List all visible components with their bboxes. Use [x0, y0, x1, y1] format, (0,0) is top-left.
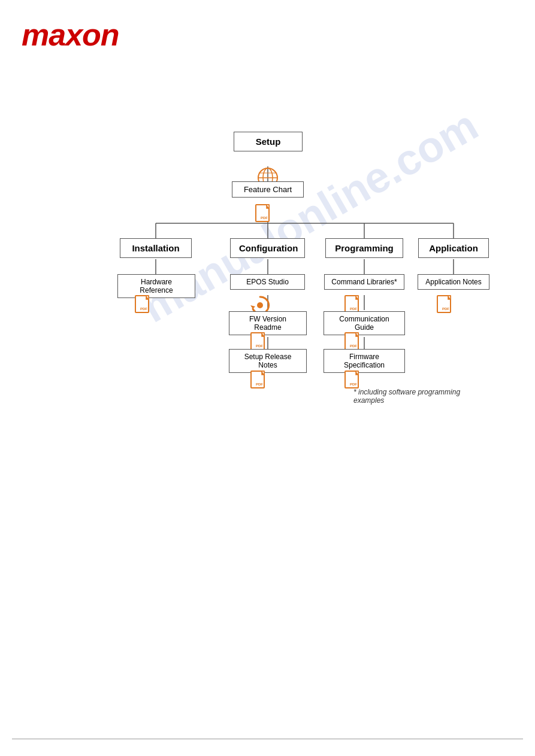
svg-text:PDF: PDF [442, 307, 449, 311]
application-notes-box: Application Notes [418, 274, 489, 290]
application-category: Application [418, 238, 489, 258]
communication-guide-box: Communication Guide [324, 311, 405, 335]
svg-marker-29 [250, 305, 255, 309]
firmware-spec-node: Firmware Specification [324, 349, 405, 373]
svg-text:PDF: PDF [350, 344, 357, 348]
feature-chart-box: Feature Chart [232, 181, 304, 198]
command-libraries-node: Command Libraries* [324, 274, 404, 290]
pdf-icon: PDF [133, 294, 155, 316]
feature-chart-pdf[interactable]: PDF [253, 204, 275, 227]
setup-release-notes-label: Setup Release Notes [244, 353, 292, 369]
pdf-icon: PDF [435, 294, 457, 316]
setup-release-notes-node: Setup Release Notes [229, 349, 307, 373]
svg-text:PDF: PDF [261, 216, 268, 220]
installation-category: Installation [120, 238, 192, 258]
communication-guide-node: Communication Guide [324, 311, 405, 335]
epos-studio-box: EPOS Studio [230, 274, 305, 290]
footnote: * including software programming example… [353, 388, 485, 405]
application-notes-label: Application Notes [425, 278, 481, 286]
hardware-reference-label: Hardware Reference [140, 278, 173, 294]
footnote-text: * including software programming example… [353, 388, 460, 405]
svg-text:PDF: PDF [350, 307, 357, 311]
pdf-icon: PDF [253, 204, 275, 225]
svg-text:PDF: PDF [256, 382, 263, 386]
installation-box: Installation [120, 238, 192, 258]
application-box: Application [418, 238, 489, 258]
feature-chart-label: Feature Chart [244, 185, 292, 194]
application-notes-node: Application Notes [418, 274, 489, 290]
configuration-category: Configuration [230, 238, 305, 258]
application-notes-pdf[interactable]: PDF [435, 294, 457, 318]
svg-text:PDF: PDF [140, 307, 147, 311]
setup-node: Setup [234, 132, 303, 151]
hardware-reference-pdf[interactable]: PDF [133, 294, 155, 318]
hardware-reference-node: Hardware Reference [117, 274, 195, 298]
epos-studio-node: EPOS Studio [230, 274, 305, 290]
diagram-container: Setup Feature Chart PDF Installation [0, 113, 535, 532]
command-libraries-box: Command Libraries* [324, 274, 404, 290]
header: maxon [0, 0, 535, 65]
configuration-box: Configuration [230, 238, 305, 258]
maxon-logo: maxon [22, 17, 513, 53]
programming-category: Programming [325, 238, 403, 258]
setup-release-notes-pdf[interactable]: PDF [249, 370, 270, 394]
setup-label: Setup [256, 136, 281, 147]
feature-chart-node: Feature Chart [232, 181, 304, 198]
footer-divider [12, 739, 523, 739]
svg-point-30 [257, 302, 263, 308]
setup-box: Setup [234, 132, 303, 151]
firmware-spec-box: Firmware Specification [324, 349, 405, 373]
svg-text:PDF: PDF [350, 382, 357, 386]
pdf-icon: PDF [249, 370, 270, 391]
setup-release-notes-box: Setup Release Notes [229, 349, 307, 373]
programming-box: Programming [325, 238, 403, 258]
hardware-reference-box: Hardware Reference [117, 274, 195, 298]
svg-text:PDF: PDF [256, 344, 263, 348]
firmware-spec-label: Firmware Specification [344, 353, 385, 369]
